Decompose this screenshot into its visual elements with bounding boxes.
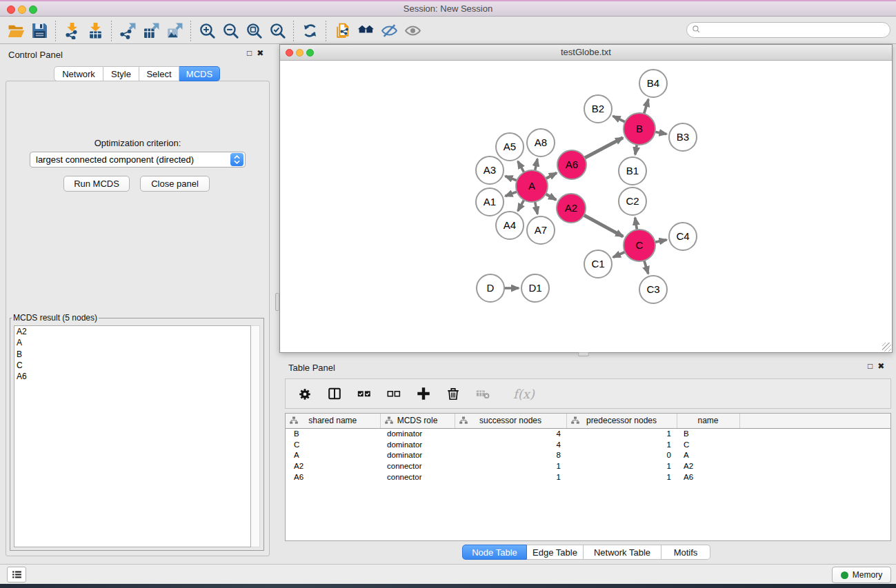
network-zoom-button[interactable] <box>306 49 314 57</box>
table-row[interactable]: Cdominator41C <box>286 439 890 450</box>
graph-node-B3[interactable]: B3 <box>669 123 697 151</box>
tab-node-table[interactable]: Node Table <box>462 545 527 560</box>
home-icon[interactable] <box>354 20 377 42</box>
graph-node-A7[interactable]: A7 <box>527 216 555 244</box>
vertical-splitter-handle[interactable] <box>275 293 279 311</box>
toolbar-separator <box>111 21 112 41</box>
memory-button[interactable]: Memory <box>832 567 891 583</box>
table-row[interactable]: Adominator80A <box>286 449 890 460</box>
import-network-icon[interactable] <box>60 20 83 42</box>
run-mcds-button[interactable]: Run MCDS <box>63 176 130 192</box>
tab-style[interactable]: Style <box>103 66 139 81</box>
import-table-icon[interactable] <box>83 20 107 42</box>
mcds-result-item[interactable]: B <box>14 349 250 360</box>
table-row[interactable]: A6connector11A6 <box>286 472 890 483</box>
tab-edge-table[interactable]: Edge Table <box>527 545 584 560</box>
deselect-all-icon[interactable] <box>384 384 404 403</box>
tab-select[interactable]: Select <box>139 66 179 81</box>
graph-node-A1[interactable]: A1 <box>476 188 504 216</box>
hide-eye-icon[interactable] <box>377 20 401 42</box>
svg-text:A: A <box>528 180 535 192</box>
task-history-button[interactable] <box>7 567 26 582</box>
tab-motifs[interactable]: Motifs <box>661 545 710 560</box>
table-row[interactable]: A2connector11A2 <box>286 460 890 472</box>
network-window-titlebar[interactable]: testGlobe.txt <box>280 45 892 61</box>
svg-text:D: D <box>487 282 495 294</box>
zoom-selected-icon[interactable] <box>266 20 289 42</box>
search-input[interactable] <box>701 26 890 35</box>
graph-node-B2[interactable]: B2 <box>584 95 612 123</box>
column-header-shared-name[interactable]: shared name <box>286 414 380 428</box>
open-folder-icon[interactable] <box>4 20 28 42</box>
graph-node-A[interactable]: A <box>516 170 548 202</box>
add-column-icon[interactable] <box>414 384 433 403</box>
svg-text:A4: A4 <box>504 219 516 231</box>
network-canvas[interactable]: B4B2BB3A8A5A6A3B1AA1C2A2A4A7C4CC1C3DD1 <box>280 61 892 353</box>
horizontal-splitter-handle[interactable] <box>578 352 589 356</box>
graph-node-A8[interactable]: A8 <box>527 129 555 156</box>
save-icon[interactable] <box>28 20 51 42</box>
column-header-MCDS-role[interactable]: MCDS role <box>380 414 455 428</box>
close-panel-icon[interactable]: ✖ <box>257 48 263 58</box>
zoom-fit-icon[interactable] <box>242 20 266 42</box>
search-input-wrap <box>686 22 890 38</box>
graph-node-A3[interactable]: A3 <box>476 156 504 184</box>
mcds-result-scrollbar[interactable] <box>251 325 260 547</box>
tab-network-table[interactable]: Network Table <box>584 545 661 560</box>
export-table-icon[interactable] <box>139 20 163 42</box>
mcds-result-item[interactable]: A <box>14 337 250 348</box>
graph-node-C1[interactable]: C1 <box>584 250 612 278</box>
graph-node-B4[interactable]: B4 <box>639 70 667 97</box>
delete-table-icon[interactable] <box>473 384 492 403</box>
column-header-successor-nodes[interactable]: successor nodes <box>455 414 566 428</box>
table-toolbar: f(x) <box>285 378 891 409</box>
graph-node-D[interactable]: D <box>477 274 504 302</box>
graph-node-C3[interactable]: C3 <box>639 276 667 303</box>
criterion-dropdown[interactable]: largest connected component (directed) <box>30 152 246 168</box>
graph-node-B1[interactable]: B1 <box>619 157 646 185</box>
close-window-button[interactable] <box>7 6 15 14</box>
delete-icon[interactable] <box>444 384 463 403</box>
graph-node-A5[interactable]: A5 <box>496 133 524 161</box>
clone-network-icon[interactable] <box>330 20 354 42</box>
graph-node-D1[interactable]: D1 <box>521 274 549 302</box>
float-panel-icon[interactable]: □ <box>247 48 252 58</box>
export-image-icon[interactable] <box>163 20 186 42</box>
mcds-result-item[interactable]: C <box>14 360 250 371</box>
graph-node-B[interactable]: B <box>624 113 655 145</box>
gear-icon[interactable] <box>295 384 315 403</box>
split-panel-icon[interactable] <box>325 384 344 403</box>
graph-node-C2[interactable]: C2 <box>619 187 646 215</box>
column-header-name[interactable]: name <box>677 414 739 428</box>
minimize-window-button[interactable] <box>18 6 26 14</box>
graph-node-A4[interactable]: A4 <box>496 212 524 239</box>
svg-text:B4: B4 <box>647 77 659 89</box>
select-all-icon[interactable] <box>355 384 374 403</box>
export-network-icon[interactable] <box>116 20 139 42</box>
mcds-result-item[interactable]: A2 <box>14 326 250 337</box>
graph-node-A6[interactable]: A6 <box>557 150 586 179</box>
graph-node-A2[interactable]: A2 <box>557 194 586 223</box>
function-builder-icon[interactable]: f(x) <box>513 387 535 401</box>
resize-grip-icon[interactable] <box>882 343 891 352</box>
show-eye-icon[interactable] <box>401 20 424 42</box>
zoom-out-icon[interactable] <box>219 20 242 42</box>
float-table-panel-icon[interactable]: □ <box>868 361 873 371</box>
tab-mcds[interactable]: MCDS <box>179 66 220 81</box>
zoom-in-icon[interactable] <box>195 20 219 42</box>
network-minimize-button[interactable] <box>296 49 303 57</box>
close-table-panel-icon[interactable]: ✖ <box>877 361 884 371</box>
close-panel-button[interactable]: Close panel <box>140 176 210 192</box>
network-close-button[interactable] <box>286 49 293 57</box>
column-header-predecessor-nodes[interactable]: predecessor nodes <box>566 414 677 428</box>
network-column-icon <box>290 416 298 427</box>
table-row[interactable]: Bdominator41B <box>286 428 890 439</box>
graph-node-C[interactable]: C <box>624 230 655 261</box>
list-icon <box>11 569 23 580</box>
mcds-result-list[interactable]: A2ABCA6 <box>14 325 251 547</box>
mcds-result-item[interactable]: A6 <box>14 371 250 382</box>
zoom-window-button[interactable] <box>29 6 37 14</box>
tab-network[interactable]: Network <box>54 66 103 81</box>
graph-node-C4[interactable]: C4 <box>669 223 697 250</box>
refresh-icon[interactable] <box>298 20 321 42</box>
